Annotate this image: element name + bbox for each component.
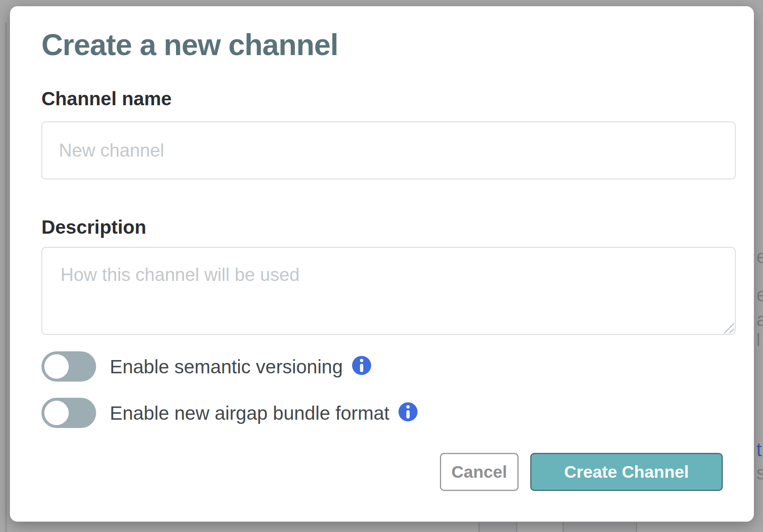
modal-title: Create a new channel bbox=[41, 28, 338, 62]
semantic-versioning-label: Enable semantic versioning bbox=[110, 355, 343, 378]
cancel-button[interactable]: Cancel bbox=[440, 453, 519, 491]
channel-name-label: Channel name bbox=[41, 87, 171, 110]
toggle-knob bbox=[44, 354, 69, 379]
background-text-fragment: e bbox=[756, 247, 763, 266]
semantic-versioning-toggle[interactable] bbox=[41, 351, 96, 382]
background-underlay-block bbox=[563, 522, 637, 532]
info-icon-dot bbox=[360, 359, 363, 362]
background-text-fragment: a bbox=[756, 310, 763, 329]
semantic-versioning-row: Enable semantic versioning bbox=[41, 351, 371, 382]
info-icon-stem bbox=[406, 410, 410, 418]
create-channel-modal: Create a new channel Channel name Descri… bbox=[10, 6, 754, 522]
info-icon-stem bbox=[360, 364, 363, 372]
background-text-fragment: l bbox=[756, 331, 760, 349]
background-text-fragment: e bbox=[756, 285, 763, 304]
screen: e e a l t s Create a new channel Channel… bbox=[0, 0, 763, 532]
airgap-bundle-toggle[interactable] bbox=[41, 398, 96, 428]
info-icon[interactable] bbox=[352, 356, 371, 375]
background-underlay-line bbox=[5, 23, 7, 532]
background-underlay-block bbox=[478, 522, 517, 532]
background-text-fragment: s bbox=[756, 463, 763, 482]
description-textarea[interactable] bbox=[41, 247, 736, 335]
info-icon-dot bbox=[406, 405, 410, 409]
airgap-bundle-row: Enable new airgap bundle format bbox=[41, 398, 418, 428]
toggle-knob bbox=[44, 401, 69, 425]
info-icon[interactable] bbox=[398, 402, 418, 421]
channel-name-input[interactable] bbox=[41, 121, 736, 179]
airgap-bundle-label: Enable new airgap bundle format bbox=[110, 402, 389, 424]
description-label: Description bbox=[41, 216, 146, 238]
create-channel-button[interactable]: Create Channel bbox=[530, 453, 723, 491]
background-link-fragment: t bbox=[756, 440, 762, 459]
